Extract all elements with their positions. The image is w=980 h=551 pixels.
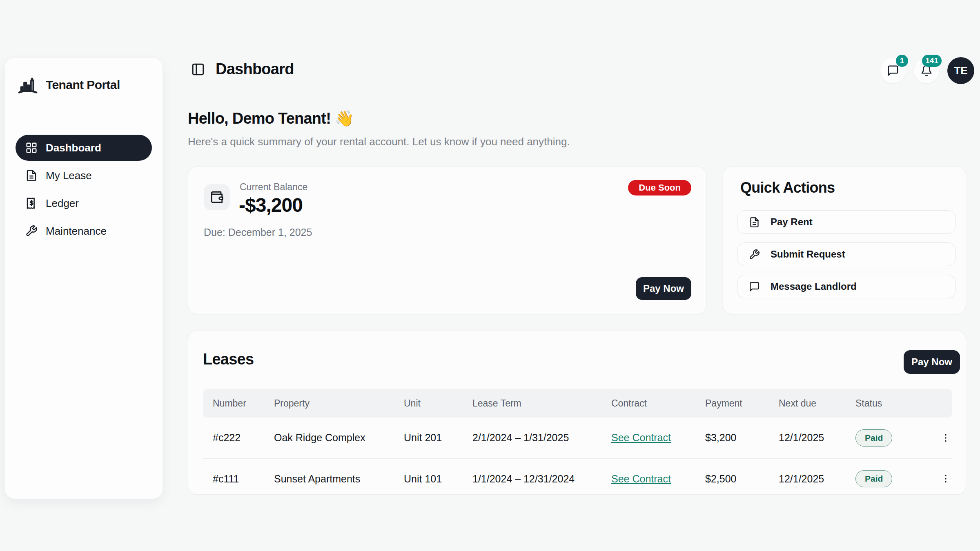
lease-number: #c222 [203, 418, 264, 458]
lease-payment: $2,500 [695, 458, 769, 495]
greeting: Hello, Demo Tenant! 👋 Here's a quick sum… [188, 109, 570, 148]
see-contract-link[interactable]: See Contract [611, 473, 671, 484]
lease-property: Oak Ridge Complex [264, 418, 394, 458]
sidebar-item-dashboard[interactable]: Dashboard [16, 135, 152, 161]
greeting-title: Hello, Demo Tenant! 👋 [188, 109, 570, 127]
lease-payment: $3,200 [695, 418, 769, 458]
notifications-button[interactable]: 141 [914, 58, 939, 83]
quick-actions-title: Quick Actions [740, 179, 835, 196]
col-lease-term: Lease Term [463, 389, 601, 418]
due-date: Due: December 1, 2025 [204, 227, 312, 238]
file-text-icon [25, 169, 38, 182]
message-landlord-button[interactable]: Message Landlord [737, 275, 956, 298]
action-label: Submit Request [771, 249, 845, 260]
sidebar-item-my-lease[interactable]: My Lease [16, 162, 152, 189]
sidebar-item-label: Maintenance [46, 225, 107, 238]
chat-bubble-icon [887, 64, 899, 77]
header-actions: 1 141 TE [880, 57, 974, 84]
col-property: Property [264, 389, 394, 418]
table-row: #c111 Sunset Apartments Unit 101 1/1/202… [203, 458, 952, 495]
table-header: Number Property Unit Lease Term Contract… [203, 389, 952, 418]
sidebar-item-maintenance[interactable]: Maintenance [16, 218, 152, 244]
lease-unit: Unit 101 [394, 458, 463, 495]
action-label: Message Landlord [771, 281, 857, 292]
sidebar-item-label: Ledger [46, 197, 79, 210]
row-menu-button[interactable] [938, 471, 953, 487]
balance-amount: -$3,200 [239, 194, 303, 216]
col-unit: Unit [394, 389, 463, 418]
col-contract: Contract [601, 389, 695, 418]
status-badge: Paid [855, 429, 892, 447]
col-number: Number [203, 389, 264, 418]
col-actions [928, 389, 952, 418]
lease-term: 1/1/2024 – 12/31/2024 [463, 458, 601, 495]
avatar[interactable]: TE [947, 57, 974, 84]
quick-actions-list: Pay Rent Submit Request Message Landlord [737, 210, 956, 298]
col-status: Status [846, 389, 928, 418]
leases-pay-now-button[interactable]: Pay Now [904, 350, 960, 374]
sidebar-item-ledger[interactable]: Ledger [16, 190, 152, 216]
panel-left-icon [191, 62, 205, 76]
more-vertical-icon [940, 433, 951, 443]
row-menu-button[interactable] [938, 430, 953, 446]
buildings-logo-icon [17, 74, 38, 96]
see-contract-link[interactable]: See Contract [611, 432, 671, 443]
lease-next-due: 12/1/2025 [769, 418, 846, 458]
due-soon-badge: Due Soon [628, 180, 691, 196]
balance-label: Current Balance [240, 182, 307, 193]
wrench-icon [25, 225, 38, 237]
sidebar-item-label: My Lease [46, 169, 92, 182]
dashboard-grid-icon [25, 142, 38, 154]
leases-title: Leases [203, 351, 254, 368]
lease-next-due: 12/1/2025 [769, 458, 846, 495]
col-next-due: Next due [769, 389, 846, 418]
receipt-icon [25, 197, 38, 209]
status-badge: Paid [855, 470, 892, 487]
wallet-icon [210, 190, 224, 204]
sidebar: Tenant Portal Dashboard My Lease [5, 58, 163, 499]
page-title: Dashboard [216, 60, 294, 78]
greeting-text: Hello, Demo Tenant! [188, 110, 331, 127]
messages-button[interactable]: 1 [880, 58, 906, 83]
submit-request-button[interactable]: Submit Request [737, 242, 956, 266]
leases-card: Leases Pay Now Number Property Unit Leas… [188, 331, 966, 495]
pay-now-button[interactable]: Pay Now [636, 277, 691, 300]
action-label: Pay Rent [771, 216, 813, 228]
messages-count-badge: 1 [896, 55, 908, 67]
app-title: Tenant Portal [46, 78, 120, 92]
pay-rent-button[interactable]: Pay Rent [737, 210, 956, 234]
balance-card: Current Balance -$3,200 Due Soon Due: De… [188, 167, 706, 314]
wave-emoji: 👋 [335, 110, 354, 127]
col-payment: Payment [695, 389, 769, 418]
more-vertical-icon [940, 473, 951, 484]
lease-number: #c111 [203, 458, 264, 495]
file-text-icon [749, 217, 760, 228]
lease-unit: Unit 201 [394, 418, 463, 458]
sidebar-item-label: Dashboard [46, 142, 101, 154]
sidebar-nav: Dashboard My Lease Ledger [5, 135, 163, 244]
leases-table: Number Property Unit Lease Term Contract… [203, 389, 952, 495]
sidebar-toggle-button[interactable] [191, 62, 206, 77]
lease-property: Sunset Apartments [264, 458, 394, 495]
table-row: #c222 Oak Ridge Complex Unit 201 2/1/202… [203, 418, 952, 458]
page-header: Dashboard [191, 60, 294, 78]
wallet-icon-box [204, 184, 230, 210]
brand: Tenant Portal [5, 58, 163, 100]
chat-bubble-icon [749, 281, 760, 292]
quick-actions-card: Quick Actions Pay Rent Submit Request Me… [723, 167, 966, 314]
notifications-count-badge: 141 [922, 55, 942, 67]
greeting-subtitle: Here's a quick summary of your rental ac… [188, 136, 570, 148]
wrench-icon [749, 249, 760, 260]
lease-term: 2/1/2024 – 1/31/2025 [463, 418, 601, 458]
